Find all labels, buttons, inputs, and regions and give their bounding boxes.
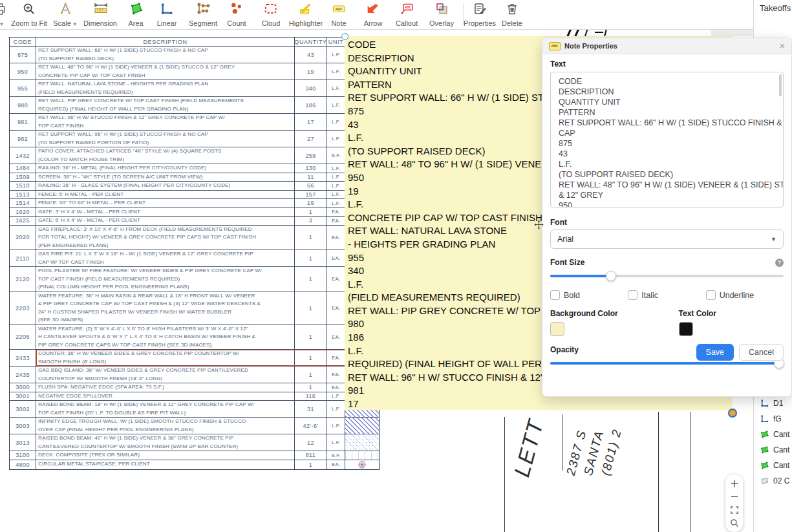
cell-unit: L.F. [327,199,345,207]
takeoff-item[interactable]: Cant [754,442,792,458]
cell-pattern [345,460,379,469]
toolbar-item-label: Linear [157,19,177,27]
toolbar-item-label: Highlighter [289,19,323,27]
toolbar-item-area[interactable]: Area [128,2,143,28]
toolbar-item-export[interactable]: t▼ [0,2,7,28]
table-row: 2435GAS BBQ ISLAND: 36" W/ VENEER SIDES … [10,367,379,383]
cell-unit: EA. [327,460,345,469]
cell-description: SCREEN: 36" H - "4K" STYLE (TO SCREEN A/… [36,173,295,182]
font-select[interactable]: Arial ▼ [550,229,784,249]
cell-unit: EA. [327,350,345,366]
cell-quantity: 1 [295,267,327,292]
takeoff-item[interactable]: fG [754,411,792,427]
cell-code: 3100 [10,451,36,460]
search-zoom-button[interactable] [729,518,740,528]
table-row: 2020GAS FIREPLACE: 3' X 10' X 4'-6" H FR… [10,226,379,251]
main-toolbar: t▼Zoom to FitScale▼DimensionAreaLinearSe… [0,0,753,30]
area-takeoff-icon [760,445,769,454]
font-size-slider[interactable] [550,271,784,281]
cell-code: 955 [10,80,36,96]
save-button[interactable]: Save [696,344,734,361]
zoom-to-fit-icon [11,2,47,16]
italic-checkbox[interactable]: Italic [628,290,705,300]
toolbar-item-segment[interactable]: Segment [189,2,217,28]
toolbar-item-label: Delete [502,19,522,27]
cell-unit: EA. [327,217,345,225]
takeoff-item[interactable]: 02 C [754,473,792,489]
zoom-in-button[interactable] [729,478,740,489]
area-icon [128,2,143,16]
close-icon[interactable]: × [780,41,785,50]
cell-description: CIRCULAR METAL STAIRCASE: PER CLIENT [36,460,295,469]
note-text-input[interactable] [550,72,784,207]
zoom-out-button[interactable] [729,491,740,502]
text-color-swatch[interactable] [679,322,693,336]
toolbar-item-dimension[interactable]: Dimension [83,2,117,28]
toolbar-item-properties[interactable]: Properties [464,2,496,28]
cell-code: 2205 [10,325,36,350]
cell-quantity: 1 [295,250,327,266]
arrow-icon [364,2,383,16]
takeoff-item-label: Cant [773,461,789,470]
toolbar-item-overlay[interactable]: Overlay [429,2,454,28]
note-resize-handle-bottomright[interactable] [728,409,737,418]
table-row: 1620GATE: 3' H X 4' W - METAL - PER CLIE… [10,208,379,217]
cell-unit: EA. [327,226,345,250]
cell-code: 1509 [10,173,36,182]
cell-unit: EA. [327,267,345,292]
cell-description: COUNTER: 36" H W/ VENEER SIDES & GREY CO… [36,350,295,366]
table-row: 2205WATER FEATURE: (2) 3' W X 4'-6' L X … [10,325,379,350]
dialog-header[interactable]: ABC Note Properties × [542,38,791,54]
toolbar-item-highlighter[interactable]: Highlighter [289,2,323,28]
column-header-code: CODE [10,37,36,46]
bold-checkbox[interactable]: Bold [550,290,628,300]
toolbar-item-label: Dimension [83,19,117,27]
background-color-swatch[interactable] [550,322,564,336]
cell-code: 3001 [10,392,36,401]
underline-checkbox[interactable]: Underline [706,290,784,300]
table-row: 1510RAILING: 36" H - GLASS SYSTEM (FINAL… [10,182,379,191]
cell-code: 2203 [10,292,36,325]
scale-icon [53,2,77,16]
cancel-button[interactable]: Cancel [739,344,784,361]
delete-icon [502,2,522,16]
font-select-value: Arial [557,235,573,244]
toolbar-item-scale[interactable]: Scale▼ [53,2,77,28]
cell-code: 2020 [10,226,36,250]
cell-pattern [345,418,379,434]
takeoff-item[interactable]: Cant [754,458,792,473]
cell-quantity: 1 [295,208,327,217]
cell-code: 4800 [10,460,36,469]
toolbar-item-note[interactable]: ABCNote [331,2,347,28]
textarea-scrollbar[interactable] [779,74,782,96]
area-takeoff-icon [760,430,769,439]
toolbar-item-zoom-to-fit[interactable]: Zoom to Fit [11,2,47,28]
help-icon[interactable]: ? [775,259,784,267]
cell-quantity: 157 [295,191,327,199]
svg-text:ABC: ABC [405,6,412,9]
toolbar-item-callout[interactable]: ABCCallout [396,2,418,28]
cloud-icon [262,2,281,16]
takeoff-item[interactable]: Cant [754,427,792,442]
toolbar-item-cloud[interactable]: Cloud [262,2,281,28]
cell-quantity: 811 [295,451,327,460]
fit-screen-button[interactable] [729,505,740,515]
background-color-label: Background Color [550,309,679,318]
svg-text:ABC: ABC [335,7,342,11]
cell-quantity: 1 [295,350,327,366]
toolbar-item-count[interactable]: Count [227,2,246,28]
takeoff-item[interactable]: D1 [754,396,792,411]
table-row: 982RET SUPPORT WALL: 96" H W/ (1 SIDE) S… [10,131,379,147]
cell-quantity: 19 [295,63,327,80]
cell-code: 1484 [10,164,36,173]
toolbar-item-delete[interactable]: Delete [502,2,522,28]
note-resize-handle-topleft[interactable] [341,33,348,40]
chevron-down-icon: ▼ [0,21,4,27]
cell-unit: EA. [327,292,345,325]
table-header-row: CODEDESCRIPTIONQUANTITYUNIT [10,37,379,47]
toolbar-item-arrow[interactable]: Arrow [364,2,383,28]
takeoff-item-label: D1 [773,399,783,408]
text-label: Text [550,59,784,69]
toolbar-item-linear[interactable]: Linear [157,2,177,28]
cell-unit: EA. [327,250,345,266]
